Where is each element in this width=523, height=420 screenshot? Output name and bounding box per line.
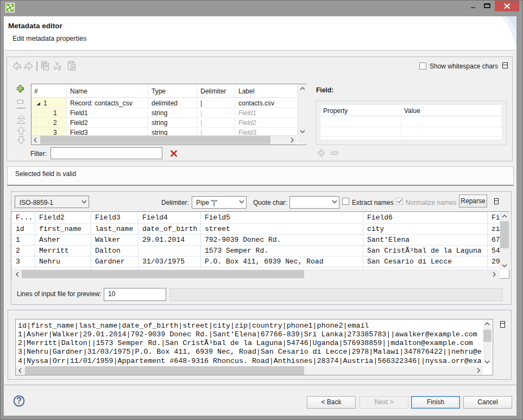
svg-text:?: ? [16,396,22,405]
